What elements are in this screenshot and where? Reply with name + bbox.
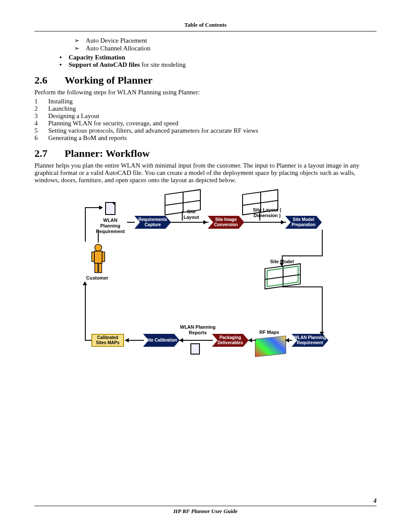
section-2.7-intro: Planner helps you plan the entire WLAN w… [34, 162, 377, 184]
req-capture-box: Requirements Capture [134, 216, 171, 229]
section-2.6-intro: Perform the following steps for WLAN Pla… [34, 89, 377, 96]
section-title: Planner: Workflow [65, 148, 150, 159]
document-icon [105, 202, 115, 215]
wlan-reports-label: WLAN Planning Reports [178, 324, 217, 336]
page-header: Table of Contents [34, 22, 377, 31]
svg-rect-1 [94, 251, 102, 263]
rf-map-icon [255, 336, 286, 357]
svg-rect-3 [102, 252, 105, 261]
arrow-item: Auto Channel Allocation [74, 44, 377, 52]
bullet-item: Capacity Estimation [59, 54, 377, 61]
section-title: Working of Planner [65, 75, 153, 86]
arrow-list: Auto Device Placement Auto Channel Alloc… [34, 37, 377, 52]
site-calibration-box: Site Calibration [143, 334, 180, 347]
document-icon [190, 343, 200, 355]
section-2.7-heading: 2.7 Planner: Workflow [34, 148, 377, 159]
step-item: 4Planning WLAN for security, coverage, a… [34, 120, 377, 127]
workflow-diagram: WLAN Planning Requirement Requirements C… [78, 192, 333, 364]
page-footer: HP RF Planner User Guide [34, 506, 377, 515]
section-number: 2.7 [34, 148, 47, 159]
calibrated-box: Calibrated Sites MAPs [91, 334, 124, 347]
section-number: 2.6 [34, 75, 47, 86]
page-number: 4 [374, 498, 377, 504]
customer-icon [90, 243, 106, 274]
bullet-item: Support of AutoCAD files for site modeli… [59, 61, 377, 68]
svg-rect-2 [92, 252, 94, 261]
site-image-box: Site Image Conversion [208, 216, 244, 229]
step-item: 5Setting various protocols, filters, and… [34, 127, 377, 134]
steps-list: 1Installing 2Launching 3Designing a Layo… [34, 98, 377, 142]
svg-rect-4 [95, 263, 98, 273]
step-item: 6Generating a BoM and reports [34, 134, 377, 142]
step-item: 1Installing [34, 98, 377, 105]
wlan-req2-box: WLAN Planning Requirement [292, 334, 328, 347]
step-item: 3Designing a Layout [34, 112, 377, 120]
floorplan-icon [265, 263, 301, 289]
bullet-list: Capacity Estimation Support of AutoCAD f… [34, 54, 377, 68]
site-layout-label: Site Layout [181, 209, 202, 220]
packaging-box: Packaging Deliverables [212, 334, 249, 347]
svg-point-0 [95, 244, 102, 251]
site-model-prep-box: Site Model Preparation [285, 216, 322, 229]
customer-label: Customer [86, 275, 108, 281]
arrow-item: Auto Device Placement [74, 37, 377, 44]
section-2.6-heading: 2.6 Working of Planner [34, 75, 377, 86]
site-layout-dim-label: Site Layout ( Dimension ) [250, 207, 284, 218]
rf-maps-label: RF Maps [259, 330, 279, 335]
step-item: 2Launching [34, 105, 377, 112]
svg-rect-5 [99, 263, 102, 273]
